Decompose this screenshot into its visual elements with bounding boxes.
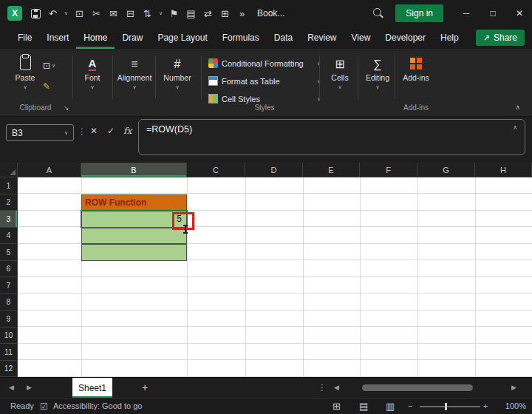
cell-b2[interactable]: ROW Function [81, 194, 187, 211]
tab-data[interactable]: Data [267, 27, 300, 49]
table-icon[interactable]: ⊞ [217, 5, 233, 21]
column-header-e[interactable]: E [303, 163, 360, 177]
alignment-group-button[interactable]: ≡ Alignment ∨ [117, 53, 152, 90]
copy-button[interactable]: ⊡ ∨ [43, 61, 55, 71]
tab-developer[interactable]: Developer [378, 27, 433, 49]
font-group-button[interactable]: A Font ∨ [77, 53, 108, 90]
insert-function-icon[interactable]: fx [123, 126, 132, 136]
row-header-5[interactable]: 5 [0, 244, 18, 261]
horizontal-scrollbar-thumb[interactable] [362, 384, 473, 391]
select-all-button[interactable] [0, 163, 18, 177]
zoom-level[interactable]: 100% [498, 401, 526, 410]
row-header-7[interactable]: 7 [0, 277, 18, 294]
enter-icon[interactable]: ✓ [107, 126, 115, 136]
share-button[interactable]: ↗ Share [476, 30, 525, 46]
tab-formulas[interactable]: Formulas [215, 27, 267, 49]
zoom-slider[interactable] [420, 406, 480, 407]
tab-page-layout[interactable]: Page Layout [150, 27, 214, 49]
tab-insert[interactable]: Insert [39, 27, 76, 49]
excel-logo-icon: X [7, 6, 22, 21]
group-separator [319, 56, 320, 99]
sort-chevron-icon[interactable]: ∨ [157, 5, 165, 21]
search-icon[interactable] [369, 4, 388, 23]
sign-in-button[interactable]: Sign in [395, 4, 443, 22]
row-header-9[interactable]: 9 [0, 310, 18, 328]
print-icon[interactable]: ⊟ [123, 5, 138, 21]
gridline [187, 177, 188, 377]
copy-icon[interactable]: ⊡ [72, 5, 87, 21]
name-box[interactable]: B3 ∨ [6, 124, 74, 141]
accessibility-check-icon[interactable]: ☑ [40, 401, 48, 412]
column-header-g[interactable]: G [417, 163, 475, 177]
tab-view[interactable]: View [344, 27, 378, 49]
zoom-in-button[interactable]: + [483, 401, 488, 410]
ribbon-tab-bar: File Insert Home Draw Page Layout Formul… [0, 27, 532, 49]
collapse-ribbon-icon[interactable]: ∧ [515, 104, 520, 111]
undo-icon[interactable]: ↶ [45, 5, 61, 21]
formula-input[interactable]: =ROW(D5) ∧ [138, 119, 525, 155]
row-header-6[interactable]: 6 [0, 261, 18, 278]
cancel-icon[interactable]: ✕ [90, 126, 98, 136]
new-document-icon[interactable]: ▤ [183, 5, 199, 21]
tab-help[interactable]: Help [433, 27, 466, 49]
column-header-h[interactable]: H [475, 163, 532, 177]
tab-draw[interactable]: Draw [115, 27, 150, 49]
addins-button[interactable]: Add-ins [398, 53, 434, 82]
sheet-tab-sheet1[interactable]: Sheet1 [72, 378, 112, 398]
row-header-2[interactable]: 2 [0, 194, 18, 211]
email-icon[interactable]: ✉ [106, 5, 121, 21]
formula-bar-collapse-icon[interactable]: ∧ [513, 124, 517, 131]
tab-file[interactable]: File [10, 27, 39, 49]
column-header-d[interactable]: D [245, 163, 303, 177]
cut-icon[interactable]: ✂ [89, 5, 104, 21]
minimize-button[interactable]: ─ [454, 0, 479, 27]
flag-icon[interactable]: ⚑ [166, 5, 182, 21]
cells-area[interactable]: ROW Function 5 [18, 177, 532, 377]
row-header-10[interactable]: 10 [0, 328, 18, 345]
add-sheet-button[interactable]: + [142, 381, 148, 393]
page-layout-view-icon[interactable]: ▤ [359, 401, 368, 412]
row-header-11[interactable]: 11 [0, 344, 18, 361]
sort-icon[interactable]: ⇅ [140, 5, 155, 21]
row-header-3[interactable]: 3 [0, 211, 18, 228]
row-header-8[interactable]: 8 [0, 294, 18, 311]
hscroll-right-icon[interactable]: ▶ [511, 384, 516, 391]
close-button[interactable]: ✕ [507, 0, 532, 27]
conditional-formatting-button[interactable]: Conditional Formatting ∨ [208, 55, 321, 72]
addins-group-label: Add-ins [398, 104, 434, 112]
prev-sheet-icon[interactable]: ◀ [9, 384, 14, 391]
tabbar-more-icon[interactable]: ⋮ [318, 382, 327, 393]
tab-home[interactable]: Home [76, 27, 115, 49]
row-header-4[interactable]: 4 [0, 228, 18, 245]
number-group-button[interactable]: # Number ∨ [160, 53, 195, 90]
switch-windows-icon[interactable]: ⇄ [200, 5, 216, 21]
format-painter-button[interactable]: ✎ [43, 81, 50, 92]
zoom-slider-thumb[interactable] [445, 403, 447, 410]
normal-view-icon[interactable]: ⊞ [332, 401, 341, 412]
row-header-1[interactable]: 1 [0, 177, 18, 194]
paste-button[interactable]: Paste ∨ [9, 53, 41, 90]
cell-b4[interactable] [81, 228, 187, 245]
cell-b5[interactable] [81, 244, 187, 261]
gridline [360, 177, 361, 377]
zoom-out-button[interactable]: − [408, 401, 412, 410]
clipboard-dialog-launcher-icon[interactable]: ↘ [64, 104, 69, 112]
horizontal-scrollbar[interactable] [346, 384, 505, 392]
undo-chevron-icon[interactable]: ∨ [62, 5, 70, 21]
tab-review[interactable]: Review [300, 27, 344, 49]
column-header-b[interactable]: B [81, 163, 187, 177]
maximize-button[interactable]: □ [480, 0, 505, 27]
accessibility-status[interactable]: Accessibility: Good to go [53, 401, 142, 410]
row-header-12[interactable]: 12 [0, 361, 18, 378]
page-break-view-icon[interactable]: ▥ [386, 401, 395, 412]
format-as-table-button[interactable]: Format as Table ∨ [208, 72, 321, 89]
hscroll-left-icon[interactable]: ◀ [334, 384, 339, 391]
cells-group-button[interactable]: ⊞ Cells ∨ [324, 53, 356, 90]
next-sheet-icon[interactable]: ▶ [27, 384, 32, 391]
column-header-c[interactable]: C [187, 163, 245, 177]
save-button[interactable] [28, 5, 44, 21]
column-header-f[interactable]: F [360, 163, 417, 177]
overflow-icon[interactable]: » [234, 5, 250, 21]
editing-group-button[interactable]: ∑ Editing ∨ [361, 53, 395, 90]
column-header-a[interactable]: A [18, 163, 81, 177]
